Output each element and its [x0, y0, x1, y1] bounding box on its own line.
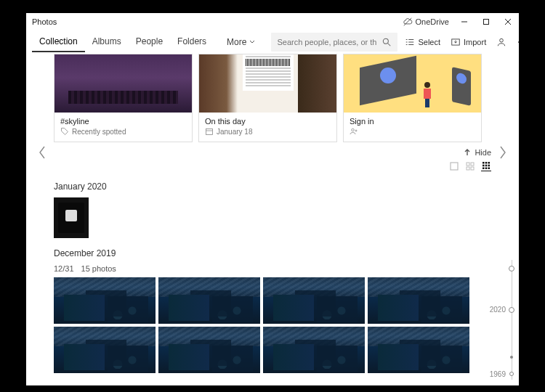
svg-rect-2	[484, 20, 489, 25]
svg-rect-22	[488, 162, 490, 164]
person-add-icon	[350, 127, 358, 136]
window-controls	[453, 13, 519, 30]
maximize-button[interactable]	[475, 13, 497, 30]
photo-thumb[interactable]	[368, 327, 469, 373]
svg-rect-28	[488, 168, 490, 170]
card-title: Sign in	[350, 117, 475, 126]
tab-folders[interactable]: Folders	[170, 32, 214, 52]
receipt-graphic	[243, 54, 294, 91]
more-menu[interactable]: More	[221, 33, 261, 52]
timeline-label: 2020	[490, 306, 506, 314]
svg-rect-12	[206, 129, 213, 135]
tab-collection[interactable]: Collection	[32, 32, 85, 52]
carousel-prev-button[interactable]	[33, 138, 51, 167]
nav-tabs: Collection Albums People Folders	[32, 32, 214, 52]
shirt-graphic	[58, 203, 84, 233]
photo-grid	[54, 197, 491, 238]
square-icon	[450, 162, 459, 171]
photo-thumb[interactable]	[263, 327, 365, 373]
view-grid-small-button[interactable]	[481, 161, 491, 171]
import-label: Import	[464, 38, 486, 46]
photo-thumb[interactable]	[158, 277, 260, 324]
carousel-next-button[interactable]	[494, 138, 512, 167]
select-button[interactable]: Select	[400, 34, 445, 50]
ellipsis-icon	[517, 37, 519, 47]
svg-rect-17	[471, 163, 474, 166]
timeline-handle-bottom[interactable]	[509, 372, 514, 376]
svg-line-0	[403, 18, 411, 26]
group-count: 15 photos	[81, 264, 116, 273]
window-title: Photos	[32, 17, 57, 26]
hide-button[interactable]: Hide	[475, 148, 491, 157]
svg-rect-19	[471, 167, 474, 170]
svg-rect-26	[483, 168, 485, 170]
card-subtitle	[350, 127, 475, 136]
search-input[interactable]	[277, 38, 377, 46]
app-window: Photos OneDrive Collection Albums P	[26, 13, 519, 385]
featured-card-onthisday[interactable]: On this day January 18	[198, 54, 337, 142]
tab-albums[interactable]: Albums	[85, 32, 129, 52]
card-title: #skyline	[60, 117, 186, 126]
tag-icon	[60, 127, 69, 136]
lights-graphic	[110, 347, 147, 369]
timeline-handle-current[interactable]	[509, 307, 514, 313]
lights-graphic	[424, 298, 461, 319]
svg-point-5	[384, 38, 389, 44]
import-button[interactable]: Import	[446, 34, 490, 50]
timeline-handle-top[interactable]	[509, 266, 514, 271]
more-label: More	[227, 37, 246, 47]
featured-card-signin[interactable]: Sign in	[343, 54, 482, 142]
onedrive-status[interactable]: OneDrive	[403, 17, 449, 27]
card-thumbnail	[344, 54, 481, 113]
search-box[interactable]	[271, 33, 397, 52]
card-body: #skyline Recently spotted	[54, 113, 192, 142]
photo-thumb[interactable]	[54, 197, 89, 238]
import-icon	[451, 37, 461, 47]
svg-rect-16	[467, 163, 469, 166]
photo-thumb[interactable]	[54, 327, 156, 373]
card-thumbnail	[199, 54, 336, 113]
svg-point-9	[518, 41, 519, 43]
calendar-icon	[205, 127, 214, 136]
view-mode-row	[54, 160, 491, 177]
svg-line-6	[388, 44, 391, 46]
checklist-icon	[405, 37, 415, 47]
card-body: On this day January 18	[199, 113, 336, 142]
account-button[interactable]	[492, 34, 511, 50]
featured-cards-row: #skyline Recently spotted On this day	[54, 54, 491, 142]
photo-thumb[interactable]	[158, 327, 260, 373]
person-graphic	[422, 82, 432, 107]
title-bar: Photos OneDrive	[26, 13, 519, 30]
minimize-button[interactable]	[453, 13, 475, 30]
lights-graphic	[424, 347, 461, 369]
chevron-right-icon	[498, 145, 507, 160]
featured-card-skyline[interactable]: #skyline Recently spotted	[54, 54, 193, 142]
laptop-graphic	[354, 62, 427, 108]
chevron-down-icon	[249, 39, 255, 45]
grid2-icon	[466, 162, 475, 171]
section-title[interactable]: January 2020	[54, 181, 491, 192]
maximize-icon	[483, 18, 490, 25]
timeline-scrubber[interactable]: 2020 1969	[491, 260, 516, 380]
group-date: 12/31	[54, 264, 74, 273]
minimize-icon	[461, 18, 468, 25]
section-title[interactable]: December 2019	[54, 248, 491, 258]
card-body: Sign in	[344, 113, 481, 142]
timeline-track	[512, 260, 512, 380]
more-options-button[interactable]	[512, 34, 519, 50]
view-grid-medium-button[interactable]	[465, 161, 475, 171]
photo-thumb[interactable]	[54, 277, 156, 324]
phone-graphic	[452, 67, 471, 106]
svg-point-14	[352, 128, 355, 131]
lights-graphic	[110, 298, 147, 319]
tab-people[interactable]: People	[129, 32, 170, 52]
timeline-tick	[510, 356, 513, 359]
onedrive-label: OneDrive	[416, 17, 449, 26]
close-button[interactable]	[497, 13, 519, 30]
svg-rect-23	[483, 165, 485, 167]
photo-grid	[54, 277, 491, 373]
photo-thumb[interactable]	[263, 277, 365, 324]
view-single-button[interactable]	[449, 161, 459, 171]
svg-point-8	[500, 38, 504, 42]
photo-thumb[interactable]	[368, 277, 469, 324]
